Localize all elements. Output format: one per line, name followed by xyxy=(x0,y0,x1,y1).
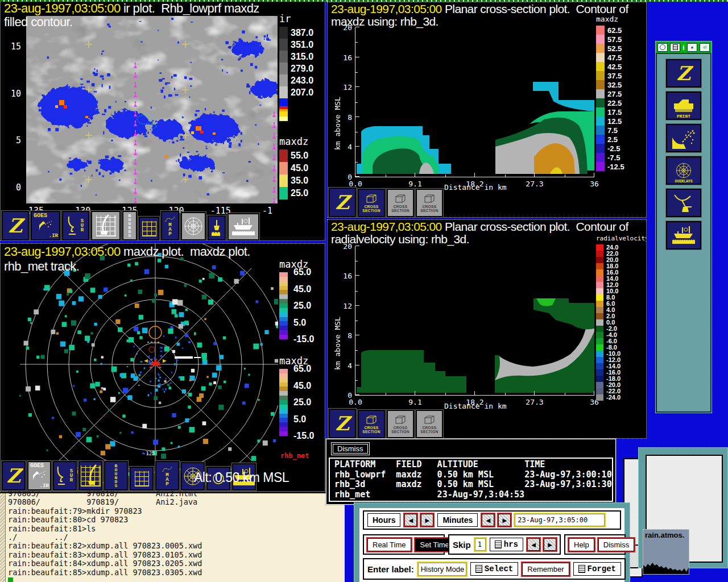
time-dismiss-button[interactable]: Dismiss xyxy=(598,538,635,551)
titlebar-list-button[interactable] xyxy=(670,43,680,52)
time-step-panel: Hours ◀ ▶ Minutes ◀ ▶ 23-Aug-97,3:05:00 xyxy=(363,510,621,530)
remember-button[interactable]: Remember xyxy=(522,563,569,576)
goes-icon-button[interactable]: GOES.IR xyxy=(31,211,60,240)
scale-row: 45.0 xyxy=(279,162,325,174)
buoy-icon-button[interactable] xyxy=(208,215,226,240)
scale-row: -18.0 xyxy=(596,376,646,382)
rain-atmos-icon[interactable]: rain.atmos. xyxy=(643,529,689,575)
bounds-icon-button[interactable]: BOUNDS xyxy=(104,461,128,490)
terminal-text: 970805/ 970818/ Ani2.html970806/ 970819/… xyxy=(8,489,202,582)
scale-row: 243.0 xyxy=(279,74,325,86)
help-dismiss-panel: Help Dismiss xyxy=(564,534,626,555)
dish2-icon-button[interactable] xyxy=(666,189,701,217)
sur-icon-button[interactable]: SUR xyxy=(62,211,89,240)
scale-row: -12.5 xyxy=(596,162,646,171)
ship-icon-button[interactable] xyxy=(228,213,259,240)
titlebar-shade-button[interactable]: ⏎ xyxy=(700,43,710,52)
scale-row: 6.0 xyxy=(596,301,646,307)
map-icon-button[interactable]: MAP xyxy=(155,461,179,490)
minutes-back-arrow[interactable]: ◀ xyxy=(482,514,494,526)
cross-icon-button[interactable]: CROSSSECTION xyxy=(358,189,385,217)
print-icon-button[interactable]: PRINT xyxy=(666,92,701,120)
spray-icon-button[interactable] xyxy=(666,124,701,152)
ppi-display[interactable]: -125 xyxy=(1,244,278,491)
scale-row: 18.0 xyxy=(596,263,646,269)
xs2-plot-area[interactable]: 0.09.118.227.336201612840 xyxy=(355,246,594,396)
scale-row: -10.0 xyxy=(596,351,646,357)
ppi-colorscale-1-bar: 65.045.025.05.0-15.0 xyxy=(279,272,325,339)
zebra-icon-button[interactable]: Z xyxy=(329,409,356,438)
hours-button[interactable]: Hours xyxy=(367,513,400,527)
scale-row: 14.0 xyxy=(596,276,646,282)
time-control-window: Hours ◀ ▶ Minutes ◀ ▶ 23-Aug-97,3:05:00 … xyxy=(354,502,630,582)
minutes-forward-arrow[interactable]: ▶ xyxy=(498,514,511,526)
hours-back-arrow[interactable]: ◀ xyxy=(404,514,417,526)
xs1-colorscale-cells: 62.557.552.547.542.537.532.527.522.517.5… xyxy=(596,26,646,171)
forget-button[interactable]: Forget xyxy=(573,562,621,576)
skip-units-button[interactable]: hrs xyxy=(490,538,523,551)
scale-row: -2.5 xyxy=(596,144,646,153)
scale-row: 25.0 xyxy=(279,187,325,199)
overlays-icon-button[interactable]: OVERLAYS xyxy=(666,156,701,185)
xs1-window-subtitle: maxdz using: rhb_3d. xyxy=(331,15,439,28)
terminal-line: rain:beaufait:82>xdump.all 970823.0005.x… xyxy=(8,542,202,550)
dialog-dismiss-button[interactable]: Dismiss xyxy=(331,442,370,455)
time-field[interactable]: 23-Aug-97,3:05:00 xyxy=(515,514,605,526)
scale-row: 12.5 xyxy=(596,117,646,126)
scale-row: -16.0 xyxy=(596,369,646,376)
minutes-button[interactable]: Minutes xyxy=(437,513,478,527)
xs2-toolbar: ZCROSSSECTIONCROSSSECTIONCROSSSECTION xyxy=(329,411,443,438)
cross-icon-button[interactable]: CROSSSECTION xyxy=(416,189,443,217)
grid-icon-button[interactable] xyxy=(130,467,154,490)
scale-row: 4.0 xyxy=(596,307,646,313)
scale-row: -14.0 xyxy=(596,363,646,369)
goes-icon-button[interactable]: GOES.IR xyxy=(27,461,51,490)
titlebar-menu-button[interactable] xyxy=(657,43,668,52)
xs1-plot-area[interactable]: 0.09.118.227.336201612840 xyxy=(355,27,594,177)
scale-row: 35.0 xyxy=(279,174,325,187)
terminal-scrollbar[interactable] xyxy=(0,493,6,582)
zebra-icon-button[interactable]: Z xyxy=(2,461,26,490)
titlebar-dot-button[interactable]: ● xyxy=(687,43,697,52)
grid-icon-button[interactable] xyxy=(139,217,159,240)
gridradar-icon-button[interactable] xyxy=(78,461,102,490)
cross-icon-button[interactable]: CROSSSECTION xyxy=(416,410,443,438)
gridradar-icon-button[interactable] xyxy=(91,211,121,240)
ppi-altitude-label: Alt: 0.50 km MSL xyxy=(194,470,289,485)
scale-row: 2.5 xyxy=(596,135,646,144)
enter-label-caption: Enter label: xyxy=(367,564,414,574)
select-button[interactable]: Select xyxy=(470,562,518,576)
shipbig-icon-button[interactable] xyxy=(666,221,701,250)
cross-icon-button[interactable]: CROSSSECTION xyxy=(387,410,414,438)
select-label: Select xyxy=(485,564,513,573)
window-ir-plot: 23-aug-1997,03:05:00 ir plot. Rhb_lowprf… xyxy=(0,0,325,241)
ir-title-timestamp: 23-aug-1997,03:05:00 xyxy=(4,1,121,15)
xs2-colorscale: radialvelocity 24.022.020.018.016.014.01… xyxy=(596,235,646,401)
skip-back-arrow[interactable]: ◀ xyxy=(527,538,540,551)
platform-status-dialog: Dismiss PLATFORM FIELD ALTITUDE TIME rhb… xyxy=(326,439,616,505)
skip-field[interactable]: 1 xyxy=(475,538,486,551)
xs2-y-axis-title: km above MSL xyxy=(333,279,342,370)
xs2-colorscale-label: radialvelocity xyxy=(596,235,646,242)
map-icon-button[interactable]: MAP xyxy=(161,211,179,240)
dialog-table-frame: PLATFORM FIELD ALTITUDE TIME rhb_lowprf … xyxy=(329,458,613,502)
scale-row: 27.5 xyxy=(596,89,646,98)
hours-forward-arrow[interactable]: ▶ xyxy=(421,514,433,526)
skip-forward-arrow[interactable]: ▶ xyxy=(544,538,556,551)
satellite-image[interactable]: -135-130-125-120-115-1 xyxy=(26,16,278,203)
cross-icon-button[interactable]: CROSSSECTION xyxy=(387,189,414,217)
real-time-button[interactable]: Real Time xyxy=(367,538,411,551)
xs2-window-title: 23-aug-1997,03:05:00 Planar cross-sectio… xyxy=(331,220,628,234)
zebra-icon-button[interactable]: Z xyxy=(666,59,701,88)
help-button[interactable]: Help xyxy=(569,538,594,551)
label-field[interactable]: History Mode xyxy=(418,563,466,576)
web-icon-button[interactable] xyxy=(181,212,206,240)
sur-icon-button[interactable]: SUR xyxy=(53,461,77,490)
scale-row: -22.0 xyxy=(596,388,646,394)
cross-icon-button[interactable]: CROSSSECTION xyxy=(358,410,385,438)
window-cross-section-radialvelocity: 23-aug-1997,03:05:00 Planar cross-sectio… xyxy=(327,219,647,439)
terminal-window[interactable]: 970805/ 970818/ Ani2.html970806/ 970819/… xyxy=(0,492,345,582)
bounds-icon-button[interactable]: BOUNDS xyxy=(122,211,137,240)
zebra-icon-button[interactable]: Z xyxy=(2,211,29,240)
zebra-icon-button[interactable]: Z xyxy=(329,188,356,217)
